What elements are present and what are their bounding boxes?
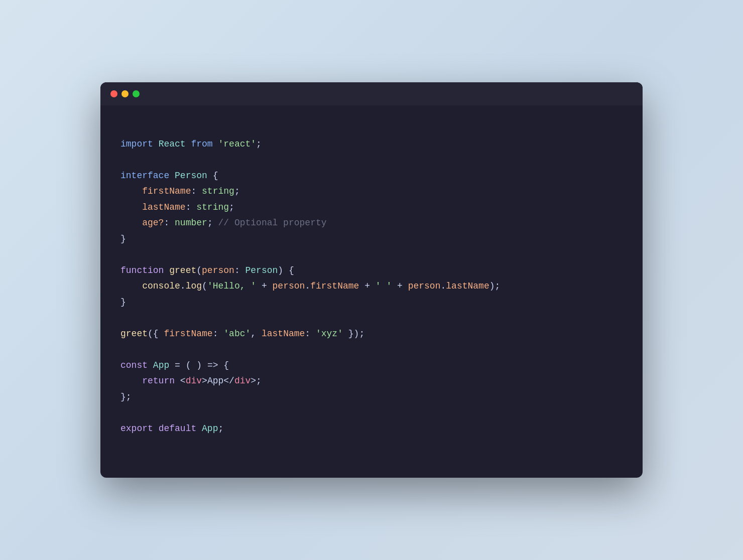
firstname-line: firstName: string; <box>120 186 240 196</box>
titlebar <box>100 82 643 105</box>
maximize-button[interactable] <box>133 90 140 97</box>
export-line: export default App; <box>120 424 223 434</box>
minimize-button[interactable] <box>121 90 129 97</box>
code-window: import React from 'react'; interface Per… <box>100 82 643 478</box>
age-line: age?: number; // Optional property <box>120 218 327 228</box>
function-line: function greet(person: Person) { <box>120 265 294 275</box>
lastname-line: lastName: string; <box>120 202 234 212</box>
greet-call-line: greet({ firstName: 'abc', lastName: 'xyz… <box>120 329 364 339</box>
console-line: console.log('Hello, ' + person.firstName… <box>120 281 500 291</box>
const-close-line: }; <box>120 392 132 402</box>
function-close-line: } <box>120 297 126 307</box>
interface-line: interface Person { <box>120 171 218 181</box>
import-line: import React from 'react'; <box>120 139 262 149</box>
const-app-line: const App = ( ) => { <box>120 360 229 370</box>
interface-close-line: } <box>120 234 126 244</box>
close-button[interactable] <box>110 90 117 97</box>
code-editor: import React from 'react'; interface Per… <box>100 105 643 478</box>
return-line: return <div>App</div>; <box>120 376 262 386</box>
